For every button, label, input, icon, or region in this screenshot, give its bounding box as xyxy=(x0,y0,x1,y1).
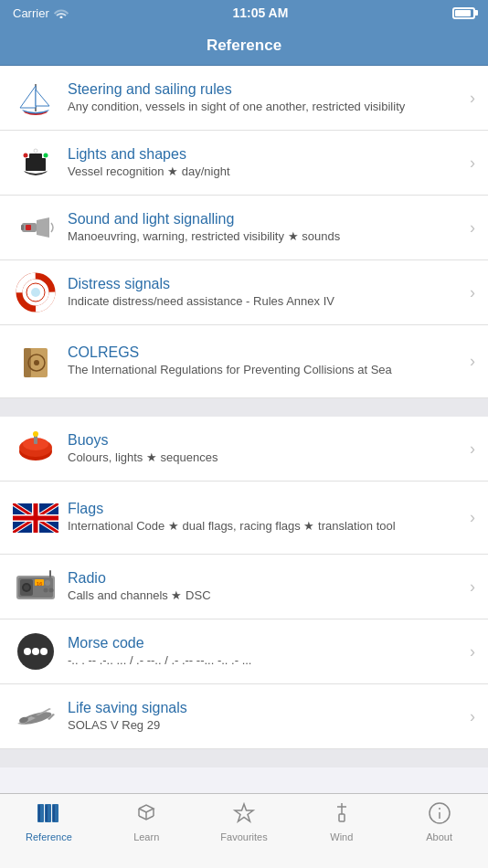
chevron-morse: › xyxy=(470,642,475,662)
tab-learn[interactable]: Learn xyxy=(98,801,196,842)
chevron-lifesaving: › xyxy=(470,707,475,726)
chevron-steering: › xyxy=(470,89,475,108)
horn-icon xyxy=(13,205,58,250)
item-subtitle-buoys: Colours, lights ★ sequences xyxy=(68,450,464,466)
flag-icon xyxy=(13,495,58,541)
item-subtitle-flags: International Code ★ dual flags, racing … xyxy=(68,519,464,535)
list-item-lights[interactable]: Lights and shapes Vessel recognition ★ d… xyxy=(0,131,488,196)
svg-rect-61 xyxy=(339,814,345,821)
item-title-colregs: COLREGS xyxy=(68,344,464,361)
status-time: 11:05 AM xyxy=(232,5,288,20)
svg-rect-32 xyxy=(13,515,58,520)
ship-icon xyxy=(13,140,58,185)
item-title-flags: Flags xyxy=(68,501,464,517)
item-subtitle-lights: Vessel recognition ★ day/night xyxy=(68,164,464,180)
list-item-lifesaving[interactable]: Life saving signals SOLAS V Reg 29 › xyxy=(0,684,488,749)
wind-tab-icon xyxy=(330,801,354,829)
item-content-steering: Steering and sailing rules Any condition… xyxy=(68,81,464,115)
list-item-sound[interactable]: Sound and light signalling Manoeuvring, … xyxy=(0,196,488,260)
radio-icon: 16 xyxy=(13,564,58,609)
svg-point-64 xyxy=(439,808,440,810)
item-title-buoys: Buoys xyxy=(68,432,464,449)
svg-point-42 xyxy=(49,588,54,593)
tab-wind-label: Wind xyxy=(330,831,353,842)
chevron-colregs: › xyxy=(470,352,475,371)
section-divider xyxy=(0,398,488,417)
chevron-distress: › xyxy=(470,283,475,302)
svg-rect-43 xyxy=(49,570,51,577)
tab-reference[interactable]: Reference xyxy=(0,801,98,842)
star-tab-icon xyxy=(232,801,256,829)
chevron-flags: › xyxy=(470,508,475,527)
info-tab-icon xyxy=(428,801,451,829)
header-title: Reference xyxy=(207,37,281,55)
tab-reference-label: Reference xyxy=(26,831,72,842)
list-item-steering[interactable]: Steering and sailing rules Any condition… xyxy=(0,66,488,131)
section-navigation: Steering and sailing rules Any condition… xyxy=(0,66,488,398)
item-content-distress: Distress signals Indicate distress/need … xyxy=(68,276,464,310)
item-title-radio: Radio xyxy=(68,570,464,587)
svg-rect-55 xyxy=(53,805,55,821)
svg-rect-7 xyxy=(21,225,24,230)
item-title-morse: Morse code xyxy=(68,635,464,651)
tab-wind[interactable]: Wind xyxy=(292,801,390,842)
svg-point-41 xyxy=(44,588,48,593)
learn-tab-icon xyxy=(135,801,157,829)
item-subtitle-lifesaving: SOLAS V Reg 29 xyxy=(68,718,464,734)
tab-learn-label: Learn xyxy=(133,831,159,842)
item-title-distress: Distress signals xyxy=(68,276,464,292)
battery-indicator xyxy=(452,7,475,19)
books-tab-icon xyxy=(36,801,61,829)
carrier-wifi: Carrier xyxy=(13,6,69,20)
svg-point-47 xyxy=(40,648,48,655)
item-subtitle-colregs: The International Regulations for Preven… xyxy=(68,363,464,378)
lifering-icon xyxy=(13,270,58,315)
list-item-radio[interactable]: 16 Radio Calls and channels ★ DSC › xyxy=(0,555,488,619)
tab-bar: Reference Learn Favourites xyxy=(0,793,488,868)
carrier-label: Carrier xyxy=(13,6,49,20)
section-reference: Buoys Colours, lights ★ sequences › xyxy=(0,417,488,749)
chevron-buoys: › xyxy=(470,439,475,459)
chevron-lights: › xyxy=(470,153,475,173)
svg-point-40 xyxy=(45,580,50,586)
item-title-steering: Steering and sailing rules xyxy=(68,81,464,98)
svg-rect-15 xyxy=(24,348,31,377)
svg-rect-2 xyxy=(29,153,42,159)
item-content-flags: Flags International Code ★ dual flags, r… xyxy=(68,501,464,535)
tab-favourites-label: Favourites xyxy=(220,831,267,842)
item-content-lifesaving: Life saving signals SOLAS V Reg 29 xyxy=(68,700,464,734)
chevron-radio: › xyxy=(470,577,475,597)
plane-icon xyxy=(13,693,58,739)
svg-rect-1 xyxy=(26,158,46,171)
list-item-morse[interactable]: Morse code -.. . -- .-.. ... / .- --.. /… xyxy=(0,619,488,684)
tab-favourites[interactable]: Favourites xyxy=(196,801,293,842)
item-subtitle-distress: Indicate distress/need assistance - Rule… xyxy=(68,294,464,310)
item-content-sound: Sound and light signalling Manoeuvring, … xyxy=(68,211,464,245)
list-item-colregs[interactable]: COLREGS The International Regulations fo… xyxy=(0,325,488,398)
svg-point-45 xyxy=(24,648,31,655)
main-list[interactable]: Steering and sailing rules Any condition… xyxy=(0,66,488,793)
item-title-lifesaving: Life saving signals xyxy=(68,700,464,716)
svg-point-3 xyxy=(44,153,48,158)
item-content-morse: Morse code -.. . -- .-.. ... / .- --.. /… xyxy=(68,635,464,669)
tab-about[interactable]: About xyxy=(390,801,488,842)
list-item-distress[interactable]: Distress signals Indicate distress/need … xyxy=(0,260,488,325)
chevron-sound: › xyxy=(470,218,475,238)
status-bar: Carrier 11:05 AM xyxy=(0,0,488,26)
svg-text:16: 16 xyxy=(37,581,43,587)
svg-marker-59 xyxy=(235,804,253,821)
morse-icon xyxy=(13,629,58,674)
svg-rect-8 xyxy=(26,225,31,230)
svg-point-37 xyxy=(24,585,29,590)
item-content-buoys: Buoys Colours, lights ★ sequences xyxy=(68,432,464,466)
buoy-icon xyxy=(13,426,58,471)
list-item-flags[interactable]: Flags International Code ★ dual flags, r… xyxy=(0,482,488,555)
item-title-lights: Lights and shapes xyxy=(68,146,464,163)
item-subtitle-steering: Any condition, vessels in sight of one a… xyxy=(68,100,464,115)
wifi-icon xyxy=(54,7,69,18)
item-content-lights: Lights and shapes Vessel recognition ★ d… xyxy=(68,146,464,180)
list-item-buoys[interactable]: Buoys Colours, lights ★ sequences › xyxy=(0,417,488,482)
svg-point-18 xyxy=(34,360,39,365)
svg-point-23 xyxy=(33,431,38,437)
sailboat-icon xyxy=(13,75,58,121)
